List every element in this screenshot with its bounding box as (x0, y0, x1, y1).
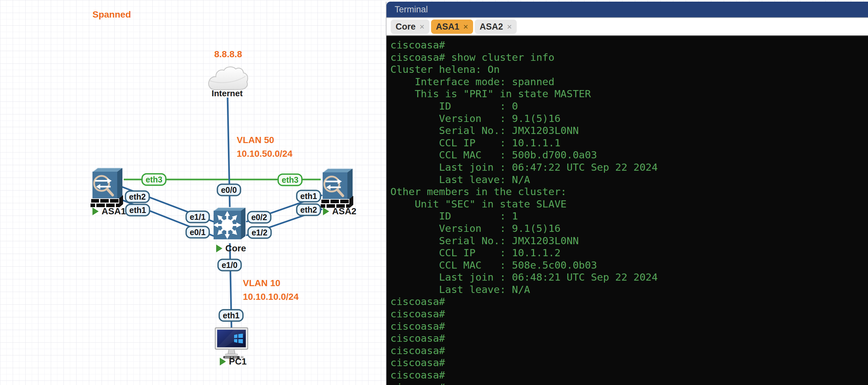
tab-core[interactable]: Core × (391, 20, 429, 34)
core-label-text: Core (225, 243, 246, 254)
asa2-firewall-icon[interactable] (321, 168, 354, 209)
vlan10-name: VLAN 10 (243, 278, 280, 288)
tab-core-close-icon[interactable]: × (420, 22, 425, 32)
port-label-core-e1-2: e1/2 (247, 226, 272, 239)
core-running-icon (216, 245, 222, 252)
annotation-spanned: Spanned (92, 8, 131, 22)
tab-asa1[interactable]: ASA1 × (431, 20, 473, 34)
port-label-core-e1-1: e1/1 (186, 211, 210, 223)
terminal-titlebar[interactable]: Terminal (386, 2, 868, 18)
terminal-title: Terminal (386, 5, 428, 14)
port-label-pc1-eth1: eth1 (218, 309, 244, 322)
terminal-tabbar: Core × ASA1 × ASA2 × (386, 18, 868, 35)
asa2-label-text: ASA2 (332, 206, 356, 217)
port-label-asa1-eth3: eth3 (141, 173, 166, 186)
port-label-core-e0-0: e0/0 (217, 184, 241, 197)
tab-asa2-label: ASA2 (479, 22, 503, 32)
pc1-label: PC1 (220, 356, 246, 367)
annotation-internet-ip: 8.8.8.8 (214, 47, 242, 61)
internet-label: Internet (212, 89, 243, 99)
tab-core-label: Core (396, 22, 416, 32)
tab-asa1-label: ASA1 (436, 22, 459, 32)
vlan50-subnet: 10.10.50.0/24 (237, 149, 292, 159)
port-label-asa2-eth3: eth3 (277, 174, 303, 186)
asa2-label: ASA2 (323, 206, 356, 217)
terminal-body[interactable]: ciscoasa# ciscoasa# show cluster info Cl… (386, 35, 868, 385)
asa2-running-icon (323, 207, 329, 215)
port-label-core-e0-1: e0/1 (186, 226, 210, 239)
port-label-asa2-eth1: eth1 (296, 190, 321, 203)
pc1-computer-icon[interactable] (215, 327, 248, 360)
port-label-asa1-eth2: eth2 (125, 190, 150, 203)
port-label-core-e1-0: e1/0 (217, 259, 242, 272)
tab-asa2-close-icon[interactable]: × (507, 22, 512, 32)
asa1-label-text: ASA1 (101, 206, 126, 217)
port-label-asa2-eth2: eth2 (296, 204, 321, 216)
annotation-vlan10: VLAN 1010.10.10.0/24 (243, 276, 299, 304)
asa1-label: ASA1 (92, 206, 126, 217)
topology-canvas[interactable]: Spanned 8.8.8.8 VLAN 5010.10.50.0/24 VLA… (0, 0, 386, 385)
vlan10-subnet: 10.10.10.0/24 (243, 292, 299, 302)
asa1-firewall-icon[interactable] (91, 167, 124, 209)
core-switch-icon[interactable] (211, 207, 248, 245)
pc1-running-icon (220, 358, 226, 365)
annotation-vlan50: VLAN 5010.10.50.0/24 (237, 133, 292, 161)
port-label-core-e0-2: e0/2 (247, 211, 272, 224)
internet-label-text: Internet (212, 89, 243, 99)
terminal-output: ciscoasa# ciscoasa# show cluster info Cl… (391, 39, 868, 385)
terminal-panel: Terminal Core × ASA1 × ASA2 × ciscoasa# … (386, 2, 868, 385)
port-label-asa1-eth1: eth1 (125, 204, 150, 217)
asa1-running-icon (92, 207, 99, 215)
tab-asa1-close-icon[interactable]: × (463, 22, 468, 32)
tab-asa2[interactable]: ASA2 × (475, 20, 517, 34)
vlan50-name: VLAN 50 (237, 135, 274, 145)
core-label: Core (216, 243, 246, 254)
pc1-label-text: PC1 (229, 356, 246, 367)
